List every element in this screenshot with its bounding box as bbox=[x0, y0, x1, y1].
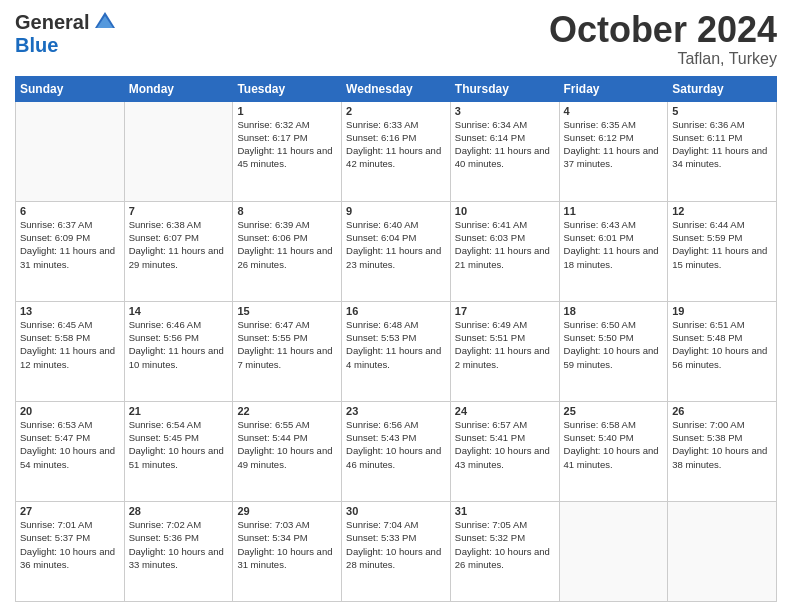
day-number: 3 bbox=[455, 105, 555, 117]
day-info: Sunrise: 7:05 AMSunset: 5:32 PMDaylight:… bbox=[455, 518, 555, 571]
day-info: Sunrise: 6:50 AMSunset: 5:50 PMDaylight:… bbox=[564, 318, 664, 371]
col-thursday: Thursday bbox=[450, 76, 559, 101]
day-info: Sunrise: 6:37 AMSunset: 6:09 PMDaylight:… bbox=[20, 218, 120, 271]
day-info: Sunrise: 6:33 AMSunset: 6:16 PMDaylight:… bbox=[346, 118, 446, 171]
day-cell-35 bbox=[668, 501, 777, 601]
day-info: Sunrise: 6:41 AMSunset: 6:03 PMDaylight:… bbox=[455, 218, 555, 271]
day-cell-5: 3Sunrise: 6:34 AMSunset: 6:14 PMDaylight… bbox=[450, 101, 559, 201]
day-cell-9: 7Sunrise: 6:38 AMSunset: 6:07 PMDaylight… bbox=[124, 201, 233, 301]
day-info: Sunrise: 7:04 AMSunset: 5:33 PMDaylight:… bbox=[346, 518, 446, 571]
day-number: 10 bbox=[455, 205, 555, 217]
day-number: 28 bbox=[129, 505, 229, 517]
day-cell-14: 12Sunrise: 6:44 AMSunset: 5:59 PMDayligh… bbox=[668, 201, 777, 301]
day-info: Sunrise: 6:39 AMSunset: 6:06 PMDaylight:… bbox=[237, 218, 337, 271]
day-number: 25 bbox=[564, 405, 664, 417]
calendar-table: Sunday Monday Tuesday Wednesday Thursday… bbox=[15, 76, 777, 602]
day-info: Sunrise: 6:54 AMSunset: 5:45 PMDaylight:… bbox=[129, 418, 229, 471]
day-cell-19: 17Sunrise: 6:49 AMSunset: 5:51 PMDayligh… bbox=[450, 301, 559, 401]
day-info: Sunrise: 6:35 AMSunset: 6:12 PMDaylight:… bbox=[564, 118, 664, 171]
day-number: 2 bbox=[346, 105, 446, 117]
col-monday: Monday bbox=[124, 76, 233, 101]
day-info: Sunrise: 6:34 AMSunset: 6:14 PMDaylight:… bbox=[455, 118, 555, 171]
col-friday: Friday bbox=[559, 76, 668, 101]
week-row-2: 6Sunrise: 6:37 AMSunset: 6:09 PMDaylight… bbox=[16, 201, 777, 301]
col-tuesday: Tuesday bbox=[233, 76, 342, 101]
day-info: Sunrise: 6:48 AMSunset: 5:53 PMDaylight:… bbox=[346, 318, 446, 371]
day-info: Sunrise: 6:51 AMSunset: 5:48 PMDaylight:… bbox=[672, 318, 772, 371]
col-sunday: Sunday bbox=[16, 76, 125, 101]
day-info: Sunrise: 6:46 AMSunset: 5:56 PMDaylight:… bbox=[129, 318, 229, 371]
day-cell-6: 4Sunrise: 6:35 AMSunset: 6:12 PMDaylight… bbox=[559, 101, 668, 201]
day-cell-2 bbox=[124, 101, 233, 201]
day-number: 17 bbox=[455, 305, 555, 317]
day-info: Sunrise: 6:58 AMSunset: 5:40 PMDaylight:… bbox=[564, 418, 664, 471]
day-info: Sunrise: 6:53 AMSunset: 5:47 PMDaylight:… bbox=[20, 418, 120, 471]
day-info: Sunrise: 7:01 AMSunset: 5:37 PMDaylight:… bbox=[20, 518, 120, 571]
location-subtitle: Taflan, Turkey bbox=[549, 50, 777, 68]
day-number: 8 bbox=[237, 205, 337, 217]
day-info: Sunrise: 6:43 AMSunset: 6:01 PMDaylight:… bbox=[564, 218, 664, 271]
week-row-5: 27Sunrise: 7:01 AMSunset: 5:37 PMDayligh… bbox=[16, 501, 777, 601]
day-cell-4: 2Sunrise: 6:33 AMSunset: 6:16 PMDaylight… bbox=[342, 101, 451, 201]
page: General Blue October 2024 Taflan, Turkey… bbox=[0, 0, 792, 612]
day-number: 16 bbox=[346, 305, 446, 317]
day-info: Sunrise: 7:00 AMSunset: 5:38 PMDaylight:… bbox=[672, 418, 772, 471]
day-cell-10: 8Sunrise: 6:39 AMSunset: 6:06 PMDaylight… bbox=[233, 201, 342, 301]
day-cell-13: 11Sunrise: 6:43 AMSunset: 6:01 PMDayligh… bbox=[559, 201, 668, 301]
day-cell-15: 13Sunrise: 6:45 AMSunset: 5:58 PMDayligh… bbox=[16, 301, 125, 401]
day-cell-26: 24Sunrise: 6:57 AMSunset: 5:41 PMDayligh… bbox=[450, 401, 559, 501]
day-number: 9 bbox=[346, 205, 446, 217]
day-cell-8: 6Sunrise: 6:37 AMSunset: 6:09 PMDaylight… bbox=[16, 201, 125, 301]
day-info: Sunrise: 6:56 AMSunset: 5:43 PMDaylight:… bbox=[346, 418, 446, 471]
calendar-header-row: Sunday Monday Tuesday Wednesday Thursday… bbox=[16, 76, 777, 101]
day-cell-17: 15Sunrise: 6:47 AMSunset: 5:55 PMDayligh… bbox=[233, 301, 342, 401]
day-number: 6 bbox=[20, 205, 120, 217]
day-number: 14 bbox=[129, 305, 229, 317]
logo-blue-text: Blue bbox=[15, 34, 58, 57]
day-number: 30 bbox=[346, 505, 446, 517]
month-title: October 2024 bbox=[549, 10, 777, 50]
day-cell-24: 22Sunrise: 6:55 AMSunset: 5:44 PMDayligh… bbox=[233, 401, 342, 501]
day-number: 20 bbox=[20, 405, 120, 417]
day-cell-23: 21Sunrise: 6:54 AMSunset: 5:45 PMDayligh… bbox=[124, 401, 233, 501]
day-info: Sunrise: 6:32 AMSunset: 6:17 PMDaylight:… bbox=[237, 118, 337, 171]
day-cell-32: 30Sunrise: 7:04 AMSunset: 5:33 PMDayligh… bbox=[342, 501, 451, 601]
day-cell-34 bbox=[559, 501, 668, 601]
week-row-1: 1Sunrise: 6:32 AMSunset: 6:17 PMDaylight… bbox=[16, 101, 777, 201]
day-number: 31 bbox=[455, 505, 555, 517]
day-number: 19 bbox=[672, 305, 772, 317]
day-number: 12 bbox=[672, 205, 772, 217]
day-cell-7: 5Sunrise: 6:36 AMSunset: 6:11 PMDaylight… bbox=[668, 101, 777, 201]
day-number: 15 bbox=[237, 305, 337, 317]
day-number: 21 bbox=[129, 405, 229, 417]
day-cell-11: 9Sunrise: 6:40 AMSunset: 6:04 PMDaylight… bbox=[342, 201, 451, 301]
day-info: Sunrise: 6:57 AMSunset: 5:41 PMDaylight:… bbox=[455, 418, 555, 471]
day-cell-33: 31Sunrise: 7:05 AMSunset: 5:32 PMDayligh… bbox=[450, 501, 559, 601]
day-number: 29 bbox=[237, 505, 337, 517]
day-number: 1 bbox=[237, 105, 337, 117]
day-cell-30: 28Sunrise: 7:02 AMSunset: 5:36 PMDayligh… bbox=[124, 501, 233, 601]
day-number: 24 bbox=[455, 405, 555, 417]
day-number: 26 bbox=[672, 405, 772, 417]
day-info: Sunrise: 6:44 AMSunset: 5:59 PMDaylight:… bbox=[672, 218, 772, 271]
day-info: Sunrise: 6:47 AMSunset: 5:55 PMDaylight:… bbox=[237, 318, 337, 371]
day-cell-1 bbox=[16, 101, 125, 201]
day-number: 22 bbox=[237, 405, 337, 417]
day-info: Sunrise: 6:40 AMSunset: 6:04 PMDaylight:… bbox=[346, 218, 446, 271]
day-number: 4 bbox=[564, 105, 664, 117]
day-info: Sunrise: 6:45 AMSunset: 5:58 PMDaylight:… bbox=[20, 318, 120, 371]
day-info: Sunrise: 6:38 AMSunset: 6:07 PMDaylight:… bbox=[129, 218, 229, 271]
day-cell-22: 20Sunrise: 6:53 AMSunset: 5:47 PMDayligh… bbox=[16, 401, 125, 501]
day-info: Sunrise: 6:55 AMSunset: 5:44 PMDaylight:… bbox=[237, 418, 337, 471]
day-cell-18: 16Sunrise: 6:48 AMSunset: 5:53 PMDayligh… bbox=[342, 301, 451, 401]
week-row-4: 20Sunrise: 6:53 AMSunset: 5:47 PMDayligh… bbox=[16, 401, 777, 501]
day-cell-31: 29Sunrise: 7:03 AMSunset: 5:34 PMDayligh… bbox=[233, 501, 342, 601]
logo-icon bbox=[93, 10, 117, 34]
day-cell-29: 27Sunrise: 7:01 AMSunset: 5:37 PMDayligh… bbox=[16, 501, 125, 601]
day-number: 11 bbox=[564, 205, 664, 217]
week-row-3: 13Sunrise: 6:45 AMSunset: 5:58 PMDayligh… bbox=[16, 301, 777, 401]
day-cell-28: 26Sunrise: 7:00 AMSunset: 5:38 PMDayligh… bbox=[668, 401, 777, 501]
day-number: 5 bbox=[672, 105, 772, 117]
day-info: Sunrise: 7:02 AMSunset: 5:36 PMDaylight:… bbox=[129, 518, 229, 571]
header: General Blue October 2024 Taflan, Turkey bbox=[15, 10, 777, 68]
